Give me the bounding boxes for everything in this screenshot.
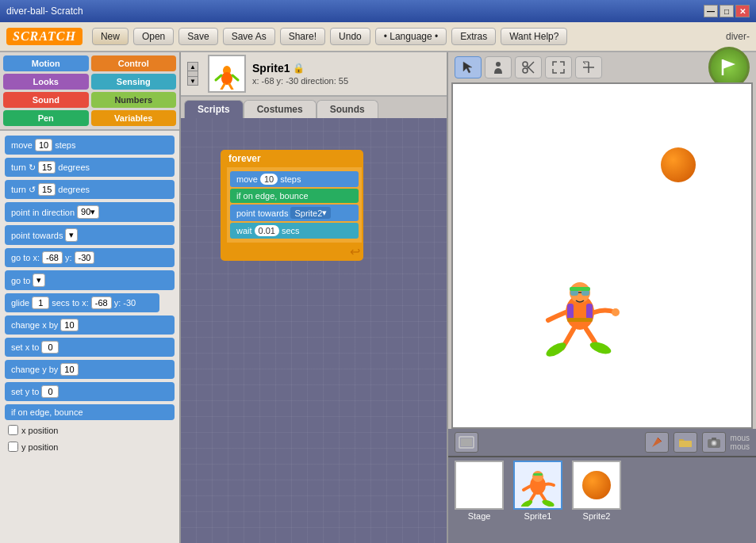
block-goto[interactable]: go to ▾: [5, 270, 175, 290]
sprite1-image: [513, 461, 562, 510]
category-looks[interactable]: Looks: [3, 74, 89, 90]
sprite-info-bar: ▲ ▼ Sprite1 🔒 x: [181, 52, 447, 97]
tab-costumes[interactable]: Costumes: [244, 100, 317, 118]
category-control[interactable]: Control: [91, 55, 177, 71]
script-point-block[interactable]: point towards Sprite2 ▾: [230, 205, 359, 221]
svg-rect-29: [461, 438, 472, 446]
stage-thumb[interactable]: Stage: [451, 461, 507, 521]
category-sensing[interactable]: Sensing: [91, 74, 177, 90]
svg-point-1: [221, 72, 232, 85]
scroll-arrows: ▲ ▼: [187, 62, 198, 86]
open-button[interactable]: Open: [133, 28, 174, 45]
script-edge-block[interactable]: if on edge, bounce: [230, 189, 359, 203]
sprite1-label: Sprite1: [524, 511, 552, 521]
camera-icon: [707, 435, 721, 449]
stage-canvas: [451, 82, 753, 429]
window-controls: — □ ✕: [704, 5, 750, 17]
close-button[interactable]: ✕: [735, 5, 750, 17]
category-numbers[interactable]: Numbers: [91, 92, 177, 108]
checkbox-x-position[interactable]: x position: [5, 423, 175, 437]
script-wait-block[interactable]: wait 0.01 secs: [230, 223, 359, 239]
forever-header: forever: [221, 150, 363, 167]
category-motion[interactable]: Motion: [3, 55, 89, 71]
minimize-button[interactable]: —: [704, 5, 718, 17]
stage-label: Stage: [468, 511, 491, 521]
tab-scripts[interactable]: Scripts: [184, 100, 244, 118]
shrink-icon: [581, 60, 596, 75]
svg-rect-27: [567, 318, 593, 322]
shrink-tool[interactable]: [575, 56, 602, 78]
category-pen[interactable]: Pen: [3, 110, 89, 126]
svg-point-34: [712, 442, 716, 445]
block-list: move 10 steps turn ↻ 15 degrees turn ↺ 1…: [0, 131, 179, 543]
script-move-block[interactable]: move 10 steps: [230, 171, 359, 187]
svg-marker-15: [723, 59, 735, 69]
stage-view-icon: [459, 436, 474, 449]
scissors-tool[interactable]: [515, 56, 542, 78]
block-change-x[interactable]: change x by 10: [5, 315, 175, 335]
maximize-button[interactable]: □: [720, 5, 734, 17]
save-as-button[interactable]: Save As: [223, 28, 275, 45]
svg-point-37: [532, 471, 543, 482]
block-glide[interactable]: glide 1 secs to x: -68 y: -30: [5, 293, 159, 312]
scratch-logo: SCRATCH: [6, 28, 83, 45]
main-area: Motion Control Looks Sensing Sound Numbe…: [0, 52, 756, 543]
new-button[interactable]: New: [92, 28, 129, 45]
sprite1-diver: [532, 269, 627, 364]
forever-body: move 10 steps if on edge, bounce point t…: [221, 167, 363, 243]
checkbox-y-position[interactable]: y position: [5, 440, 175, 453]
sprite1-thumb[interactable]: Sprite1: [510, 461, 566, 521]
stage-view-button[interactable]: [455, 432, 478, 453]
save-button[interactable]: Save: [178, 28, 217, 45]
share-button[interactable]: Share!: [280, 28, 325, 45]
forever-block[interactable]: forever move 10 steps if on edge, bounce…: [221, 150, 363, 261]
undo-button[interactable]: Undo: [330, 28, 370, 45]
sprite-name: Sprite1: [252, 62, 290, 75]
block-point-towards[interactable]: point towards ▾: [5, 225, 175, 245]
block-edge-bounce[interactable]: if on edge, bounce: [5, 404, 175, 420]
sprite2-label: Sprite2: [583, 511, 611, 521]
tab-sounds[interactable]: Sounds: [317, 100, 378, 118]
block-point-direction[interactable]: point in direction 90▾: [5, 202, 175, 222]
script-area: ▲ ▼ Sprite1 🔒 x: [181, 52, 447, 543]
svg-marker-6: [463, 62, 472, 73]
scroll-down[interactable]: ▼: [187, 76, 198, 86]
block-turn-cw[interactable]: turn ↻ 15 degrees: [5, 158, 175, 177]
help-button[interactable]: Want Help?: [501, 28, 567, 45]
scroll-up[interactable]: ▲: [187, 62, 198, 71]
cursor-tool[interactable]: [455, 56, 482, 78]
forever-footer: ↩: [221, 243, 363, 261]
block-goto-xy[interactable]: go to x: -68 y: -30: [5, 248, 175, 267]
sprite2-thumb[interactable]: Sprite2: [569, 461, 624, 521]
block-turn-ccw[interactable]: turn ↺ 15 degrees: [5, 180, 175, 199]
category-variables[interactable]: Variables: [91, 110, 177, 126]
svg-rect-38: [533, 473, 543, 476]
sprite2-ball: [661, 147, 696, 182]
language-button[interactable]: • Language •: [375, 28, 447, 45]
folder-button[interactable]: [673, 432, 697, 453]
sprite2-image: [572, 461, 621, 510]
point-towards-dropdown[interactable]: Sprite2 ▾: [290, 207, 331, 219]
camera-button[interactable]: [702, 432, 726, 453]
fullscreen-icon: [551, 60, 566, 75]
block-set-y[interactable]: set y to 0: [5, 382, 175, 401]
extras-button[interactable]: Extras: [451, 28, 496, 45]
paint-button[interactable]: [645, 432, 669, 453]
svg-rect-31: [679, 441, 692, 447]
block-set-x[interactable]: set x to 0: [5, 338, 175, 357]
y-position-checkbox[interactable]: [8, 442, 18, 452]
block-move[interactable]: move 10 steps: [5, 136, 175, 155]
stage-image: [455, 461, 504, 510]
stage-toolbar: [448, 52, 756, 82]
svg-line-5: [229, 84, 232, 90]
block-change-y[interactable]: change y by 10: [5, 360, 175, 379]
script-canvas[interactable]: forever move 10 steps if on edge, bounce…: [181, 118, 447, 543]
category-sound[interactable]: Sound: [3, 92, 89, 108]
svg-line-3: [232, 75, 238, 80]
svg-line-4: [221, 84, 224, 90]
fullscreen-tool[interactable]: [545, 56, 572, 78]
x-position-checkbox[interactable]: [8, 425, 18, 435]
svg-rect-21: [570, 287, 590, 291]
svg-point-7: [496, 62, 501, 67]
person-tool[interactable]: [485, 56, 512, 78]
